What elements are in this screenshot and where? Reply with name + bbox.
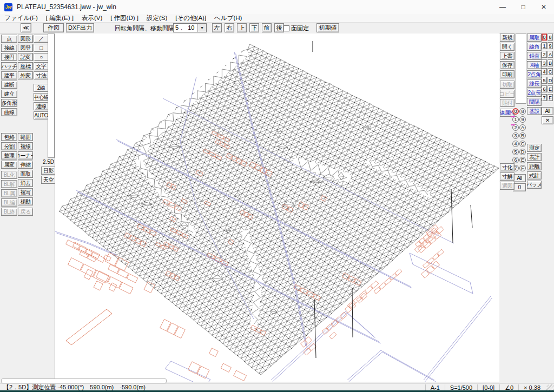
command-button[interactable]: 伸縮 [18,161,33,169]
layer-group-close-button[interactable]: ✕ [542,116,553,124]
layer-zero-button[interactable]: 0 [513,183,526,191]
command-button[interactable]: 複線 [18,142,33,150]
measure-tool-button[interactable]: 属取 [527,34,542,42]
measure-tool-button[interactable]: X軸 [527,61,542,69]
close-button[interactable]: ✕ [533,0,554,14]
file-button[interactable]: 開く [500,43,515,51]
command-button[interactable]: ○ [34,53,49,61]
command-button[interactable]: 座標 [18,62,33,70]
dimension-button[interactable]: 寸解 [500,172,515,181]
layer-button-E[interactable]: E [519,157,526,163]
command-button[interactable]: 点 [1,35,17,43]
view-direction-button[interactable]: 右 [225,23,234,32]
minimize-button[interactable]: — [492,0,513,14]
command-button[interactable]: ハッチ [1,62,17,70]
command-button[interactable]: 建平 [1,71,17,79]
layer-group-button-C[interactable]: C [548,68,553,75]
layer-button-5[interactable]: 5 [512,149,519,155]
layer-group-button-1[interactable]: 1 [542,42,547,49]
layer-button-B[interactable]: B [519,132,526,139]
command-button[interactable]: 消去 [18,179,33,187]
command-button[interactable]: 接円 [1,53,17,61]
command-button[interactable]: 曲線 [1,108,17,116]
scale-indicator[interactable]: S=1/500 [445,384,477,391]
view-direction-button[interactable]: 前 [262,23,272,32]
command-button[interactable]: 記変 [18,53,33,61]
layer-group-button-9[interactable]: 9 [548,42,553,49]
maximize-button[interactable]: □ [513,0,533,14]
layer-button-0[interactable]: 0 [512,108,519,115]
measure-tool-button[interactable]: 線長 [527,79,542,88]
calc-button[interactable]: 距離 [527,162,542,170]
command-button[interactable]: 図登 [18,44,33,52]
command-button[interactable]: 属変 [1,161,17,169]
view-direction-button[interactable]: 上 [237,23,247,32]
layer-group-button-F[interactable]: F [548,94,553,101]
drawing-canvas[interactable] [55,34,499,382]
layer-group-all-button[interactable]: All [542,107,553,115]
calc-button[interactable]: 測定 [527,144,542,152]
menu-item[interactable]: 設定(S) [147,14,167,22]
command-button[interactable]: ／ [34,35,49,43]
calc-button[interactable]: 表計 [527,153,542,161]
command-button[interactable]: 文字 [34,62,49,70]
horizontal-scrollbar[interactable] [1,378,167,383]
layer-group-button-6[interactable]: 6 [542,85,547,92]
right-scroll-strip[interactable] [516,34,526,104]
measure-tool-button[interactable]: 鉛直 [527,52,542,60]
file-button[interactable]: 印刷 [500,70,515,78]
layer-button-9[interactable]: 9 [519,116,526,123]
command-button[interactable]: 建立 [1,90,17,98]
sakuzu-button[interactable]: 作図 [43,23,64,32]
menu-item[interactable]: [その他(A)] [175,14,206,22]
menu-item[interactable]: [ 編集(E) ] [46,14,74,22]
file-button[interactable]: 新規 [500,34,515,42]
command-button[interactable]: 多角形 [1,99,17,107]
measure-tool-button[interactable]: 基設 [527,107,542,115]
layer-group-button-5[interactable]: 5 [542,77,547,84]
zoom-indicator[interactable]: × 0.38 [518,384,545,391]
command-button[interactable]: 包絡 [1,133,17,141]
sheet-indicator[interactable]: A-1 [425,384,445,391]
dimension-button[interactable]: 寸化 [500,163,515,171]
layer-group-button-3[interactable]: 3 [542,59,547,67]
resize-grip[interactable] [546,384,554,391]
layer-group-button-B[interactable]: B [548,59,553,67]
command-button[interactable]: 寸法 [34,71,49,79]
file-button[interactable]: 保存 [500,61,515,69]
layer-group-button-E[interactable]: E [548,85,553,92]
view-direction-button[interactable]: 左 [212,23,222,32]
layer-group-button-4[interactable]: 4 [542,68,547,75]
command-button[interactable]: 複写 [18,188,33,196]
interval-select[interactable]: 5 、 10 ▼ [173,23,207,32]
command-button[interactable]: 外変 [18,71,33,79]
command-button[interactable]: □ [34,44,49,52]
layer-button-3[interactable]: 3 [512,132,519,139]
command-button[interactable]: 面取 [18,170,33,178]
command-button[interactable]: 整理 [1,151,17,160]
initial-value-button[interactable]: 初期値 [316,23,339,32]
chevron-down-icon[interactable]: ▼ [197,24,206,32]
measure-tool-button[interactable]: 間隔 [527,98,542,106]
face-fix-checkbox[interactable] [283,25,289,31]
command-button[interactable]: AUTO [34,111,49,119]
calc-button[interactable]: パラメ [527,181,542,189]
file-button[interactable]: 上書 [500,52,515,60]
view-direction-button[interactable]: 後 [274,23,284,32]
command-button[interactable]: 範囲 [18,133,33,141]
command-button[interactable]: コーナー [18,151,33,160]
dxf-export-button[interactable]: DXF出力 [66,23,94,32]
collapse-button[interactable]: ≪ [21,23,31,32]
layer-indicator[interactable]: [0-0] [477,384,499,391]
shading-button[interactable]: 日影 [41,167,56,175]
angle-indicator[interactable]: ∠0 [499,384,518,391]
layer-button-4[interactable]: 4 [512,141,519,147]
menu-item[interactable]: [ 作図(D) ] [110,14,138,22]
command-button[interactable]: 図形 [18,35,33,43]
layer-button-6[interactable]: 6 [512,157,519,163]
command-button[interactable]: 建断 [1,81,17,89]
layer-button-F[interactable]: F [519,165,526,171]
layer-button-C[interactable]: C [519,141,526,147]
layer-group-button-A[interactable]: A [548,51,553,58]
calc-button[interactable]: 式計 [527,171,542,180]
